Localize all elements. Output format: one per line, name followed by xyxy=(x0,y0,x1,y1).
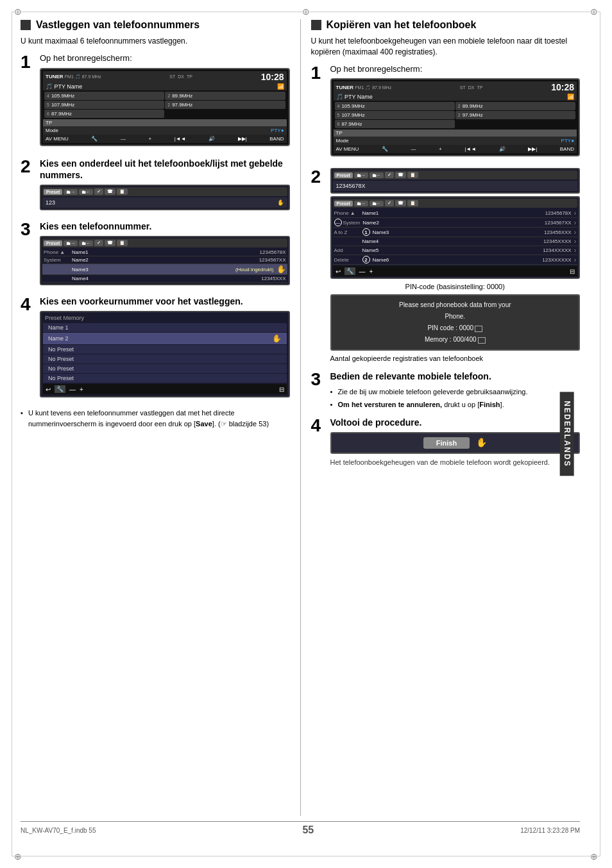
step3-num: 3 xyxy=(21,221,35,289)
page-number: 55 xyxy=(302,824,314,836)
check-btn[interactable]: ✓ xyxy=(94,188,103,195)
bullet-text: U kunt tevens een telefoonnummer vastleg… xyxy=(21,408,290,429)
preset-title: Preset Memory xyxy=(43,314,287,322)
step1-label: Op het bronregelscherm: xyxy=(40,53,290,64)
pin-line3: PIN code : 0000 xyxy=(338,322,573,334)
left-step-4: 4 Kies een voorkeurnummer voor het vastl… xyxy=(21,296,290,401)
device-screen-right-1: TUNER FM1 🎵 87.9 MHz STDXTP 10:28 🎵 PTY … xyxy=(330,78,581,156)
bottom-bar-r: AV MENU 🔧 — + |◄◄ 🔊 ▶▶| BAND xyxy=(334,145,577,153)
right-step1-content: Op het bronregelscherm: TUNER FM1 🎵 87.9… xyxy=(330,64,581,162)
left-section-title: Vastleggen van telefoonnummers xyxy=(36,19,200,31)
finish-button[interactable]: Finish xyxy=(423,437,470,449)
tp-row-r: TP xyxy=(334,129,577,137)
r-phone-row-4: Name4 12345XXXX › xyxy=(333,237,578,246)
device-grid: 4 105.9MHz 2 89.9MHz 5 107.9MHz 2 97.9MH… xyxy=(43,90,287,119)
left-column: Vastleggen van telefoonnummers U kunt ma… xyxy=(21,19,290,816)
left-bullet-note: U kunt tevens een telefoonnummer vastleg… xyxy=(21,408,290,429)
right-bullet1: Zie de bij uw mobiele telefoon geleverde… xyxy=(330,387,581,397)
right-step1-label: Op het bronregelscherm: xyxy=(330,64,581,75)
tp-row: TP xyxy=(43,119,287,126)
step4-num: 4 xyxy=(21,296,35,401)
device-screen-left-1: TUNER FM1 🎵 87.9 MHz STDXTP 10:28 🎵 PTY … xyxy=(40,68,290,146)
right-step3-num: 3 xyxy=(311,371,325,410)
preset-memory-screen: Preset Memory Name 1 Name 2✋ No Preset N… xyxy=(40,311,290,397)
right-step4-label: Voltooi de procedure. xyxy=(330,417,581,428)
cell-5: 6 87.9MHz xyxy=(44,110,164,118)
input-row-2: 123✋ xyxy=(42,197,287,208)
toolbar-r2b: Preset 🖿→ 🖿← ✓ ☎ 📋 xyxy=(333,199,578,208)
bottom-bar: AV MENU 🔧 — + |◄◄ 🔊 ▶▶| BAND xyxy=(43,135,287,143)
preset-row-2: Name 2✋ xyxy=(43,333,287,344)
preset-row-6: No Preset xyxy=(43,374,287,383)
input-row-r2a: 12345678X xyxy=(333,181,578,191)
right-step-2: 2 Preset 🖿→ 🖿← ✓ ☎ 📋 xyxy=(311,168,581,364)
phone-row-2: System Name2 1234567XX xyxy=(42,256,287,264)
toolbar-r2a: Preset 🖿→ 🖿← ✓ ☎ 📋 xyxy=(333,171,578,179)
phone-row-3: Name3 (Houd ingedrukt) ✋ xyxy=(42,264,287,275)
pin-code-label: PIN-code (basisinstelling: 0000) xyxy=(330,283,581,290)
preset-row-5: No Preset xyxy=(43,364,287,373)
device-grid-r: 4 105.9MHz 2 89.9MHz 5 107.9MHz 2 97.9MH… xyxy=(334,101,577,129)
footer-file: NL_KW-AV70_E_f.indb 55 xyxy=(21,827,96,834)
right-step3-label: Bedien de relevante mobiele telefoon. xyxy=(330,371,581,382)
r-phone-row-5: Add Name5 1234XXXXX › xyxy=(333,246,578,255)
preset-row-4: No Preset xyxy=(43,355,287,363)
cell-2: 2 89.9MHz xyxy=(165,92,285,100)
right-step4-content: Voltooi de procedure. Finish ✋ Het telef… xyxy=(330,417,581,468)
phonebook-screen-2: Preset 🖿→ 🖿← ✓ ☎ 📋 123✋ xyxy=(40,185,290,210)
fwd-btn[interactable]: 🖿→ xyxy=(64,189,78,195)
right-step-4: 4 Voltooi de procedure. Finish ✋ Het tel… xyxy=(311,417,581,468)
preset-btn-3[interactable]: Preset xyxy=(44,240,62,246)
cell-1: 4 105.9MHz xyxy=(44,92,164,100)
device-time: 10:28 xyxy=(261,72,284,82)
side-language-label: NEDERLANDS xyxy=(559,392,574,476)
pin-code-box: Please send phonebook data from your Pho… xyxy=(330,294,581,351)
right-section-header: Kopiëren van het telefoonboek xyxy=(311,19,581,31)
right-header-box-icon xyxy=(311,20,321,30)
column-divider xyxy=(300,19,301,816)
pty-row: 🎵 PTY Name 📶 xyxy=(43,83,287,90)
step4-content: Kies een voorkeurnummer voor het vastleg… xyxy=(40,296,290,401)
right-step4-note: Het telefoonboekgeheugen van de mobiele … xyxy=(330,458,581,467)
right-step4-num: 4 xyxy=(311,417,325,468)
right-step3-content: Bedien de relevante mobiele telefoon. Zi… xyxy=(330,371,581,410)
step4-label: Kies een voorkeurnummer voor het vastleg… xyxy=(40,296,290,307)
preset-row-1: Name 1 xyxy=(43,323,287,332)
r-phone-row-1: Phone ▲ Name1 12345678X › xyxy=(333,209,578,218)
right-section-title: Kopiëren van het telefoonboek xyxy=(327,19,477,31)
right-step-1: 1 Op het bronregelscherm: TUNER FM1 🎵 87… xyxy=(311,64,581,162)
right-step2-content: Preset 🖿→ 🖿← ✓ ☎ 📋 12345678X xyxy=(330,168,581,364)
preset-bottom-bar: ↩ 🔧 — + ⊟ xyxy=(43,384,287,394)
mode-row: ModePTY● xyxy=(43,126,287,135)
r-phone-row-3: A to Z 1 Name3 123456XXX › xyxy=(333,228,578,237)
pin-line2: Phone. xyxy=(338,311,573,322)
left-step-2: 2 Kies een onderdeel uit het telefoonboe… xyxy=(21,158,290,214)
toolbar-3: Preset 🖿→ 🖿← ✓ ☎ 📋 xyxy=(42,238,287,247)
step1-num: 1 xyxy=(21,53,35,151)
step2-num: 2 xyxy=(21,158,35,214)
cell-4: 2 97.9MHz xyxy=(165,101,285,109)
preset-row-3: No Preset xyxy=(43,345,287,354)
pin-line4: Memory : 000/400 xyxy=(338,334,573,346)
phone-row-4: Name4 12345XXX xyxy=(42,275,287,283)
step2-content: Kies een onderdeel uit het telefoonboek/… xyxy=(40,158,290,214)
pin-line1: Please send phonebook data from your xyxy=(338,299,573,311)
right-bullet2: Om het versturen te annuleren, drukt u o… xyxy=(330,399,581,410)
phone-btn[interactable]: ☎ xyxy=(105,188,115,195)
copy-note: Aantal gekopieerde registraties van tele… xyxy=(330,355,581,362)
r-phone-row-2: — System Name2 1234567XX › xyxy=(333,218,578,228)
tuner-label: TUNER xyxy=(46,74,64,79)
mode-row-r: ModePTY● xyxy=(334,137,577,145)
r-phone-row-6: Delete 2 Name6 123XXXXXX › xyxy=(333,255,578,265)
device-time-r: 10:28 xyxy=(551,82,574,92)
page-footer: NL_KW-AV70_E_f.indb 55 55 12/12/11 3:23:… xyxy=(21,821,580,836)
finish-screen: Finish ✋ xyxy=(330,432,581,454)
header-box-icon xyxy=(21,20,31,30)
status-icons: STDXTP xyxy=(169,74,192,79)
back-btn[interactable]: 🖿← xyxy=(79,189,93,195)
r-bottom-bar-2b: ↩ 🔧 — + ⊟ xyxy=(333,266,578,276)
left-step-1: 1 Op het bronregelscherm: TUNER FM1 🎵 87… xyxy=(21,53,290,151)
copy-btn[interactable]: 📋 xyxy=(117,188,128,195)
preset-btn[interactable]: Preset xyxy=(44,189,62,195)
step2-label: Kies een onderdeel uit het telefoonboek/… xyxy=(40,158,290,181)
